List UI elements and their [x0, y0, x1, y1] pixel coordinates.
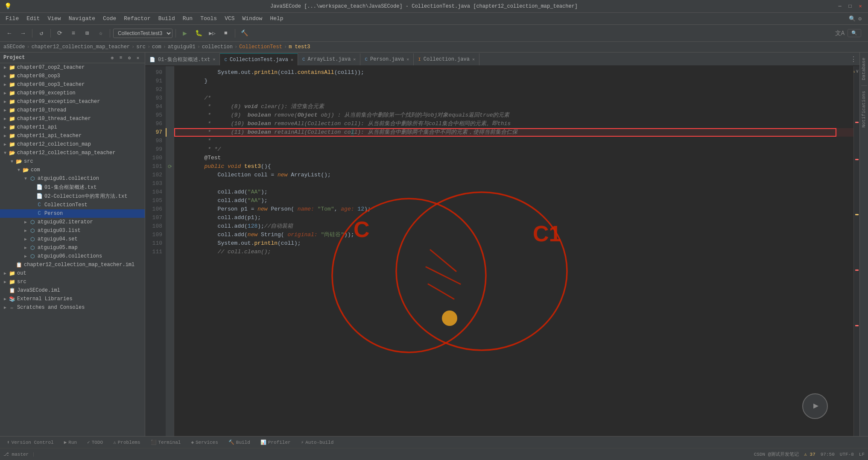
sidebar-item-chapter08[interactable]: ▶ 📁 chapter08_oop3: [0, 72, 145, 80]
terminal-tab[interactable]: ⬛ Terminal: [147, 439, 184, 446]
sidebar-item-extlibs[interactable]: ▶ 📚 External Libraries: [0, 295, 145, 303]
sync-icon[interactable]: ⟳: [54, 27, 66, 39]
tab-close-icon[interactable]: ✕: [472, 57, 475, 62]
menu-navigate[interactable]: Navigate: [65, 14, 99, 23]
version-control-tab[interactable]: ⬆ Version Control: [3, 439, 57, 446]
code-editor[interactable]: System.out.println(coll.containsAll(coll…: [174, 66, 853, 436]
bc-asescode[interactable]: aSECode: [3, 44, 25, 50]
bc-atguigu01[interactable]: atguigu01: [168, 44, 196, 50]
sidebar-item-chapter11[interactable]: ▶ 📁 chapter11_api: [0, 123, 145, 132]
minimize-button[interactable]: ─: [836, 3, 843, 10]
run-config-selector[interactable]: CollectionTest.test3: [113, 29, 172, 38]
sidebar-item-collectiontest[interactable]: C CollectionTest: [0, 201, 145, 209]
menu-window[interactable]: Window: [239, 14, 266, 23]
bookmark-icon[interactable]: ☆: [95, 27, 107, 39]
profiler-tab[interactable]: 📊 Profiler: [257, 439, 294, 446]
build-button[interactable]: 🔨: [238, 27, 250, 39]
bc-test3[interactable]: m test3: [289, 44, 310, 50]
forward-button[interactable]: →: [17, 27, 29, 39]
menu-edit[interactable]: Edit: [23, 14, 43, 23]
auto-build-tab[interactable]: ⚡ Auto-build: [298, 439, 337, 446]
menu-build[interactable]: Build: [155, 14, 178, 23]
database-tab[interactable]: Database: [860, 54, 868, 84]
sidebar-item-src[interactable]: ▼ 📂 src: [0, 157, 145, 166]
services-tab[interactable]: ◈ Services: [187, 439, 221, 446]
menu-refactor[interactable]: Refactor: [120, 14, 154, 23]
sidebar-item-atguigu01[interactable]: ▼ ⬡ atguigu01.collection: [0, 174, 145, 183]
menu-vcs[interactable]: VCS: [221, 14, 238, 23]
menu-file[interactable]: File: [2, 14, 22, 23]
tab-person[interactable]: C Person.java ✕: [360, 53, 414, 65]
tab-close-icon[interactable]: ✕: [213, 57, 215, 62]
translate-icon[interactable]: 文A: [834, 27, 846, 39]
tab-close-icon[interactable]: ✕: [406, 57, 409, 62]
collapse-all-icon[interactable]: ≡: [117, 54, 124, 61]
back-button[interactable]: ←: [3, 27, 15, 39]
sidebar-item-chapter07[interactable]: ▶ 📁 chapter07_oop2_teacher: [0, 63, 145, 72]
add-content-root-icon[interactable]: ⊕: [109, 54, 116, 61]
sidebar-item-chapter10t[interactable]: ▶ 📁 chapter10_thread_teacher: [0, 114, 145, 123]
menu-code[interactable]: Code: [99, 14, 120, 23]
tab-close-icon[interactable]: ✕: [353, 57, 356, 62]
sidebar-item-atguigu02[interactable]: ▶ ⬡ atguigu02.iterator: [0, 218, 145, 226]
sidebar-item-chapter09[interactable]: ▶ 📁 chapter09_exception: [0, 89, 145, 97]
close-button[interactable]: ✕: [857, 3, 864, 10]
menu-run[interactable]: Run: [179, 14, 196, 23]
floating-play-button[interactable]: ▶: [802, 393, 828, 419]
bc-src[interactable]: src: [136, 44, 146, 50]
status-encoding[interactable]: UTF-8: [840, 452, 854, 457]
maximize-button[interactable]: □: [847, 3, 853, 10]
sidebar-item-scratches[interactable]: ▶ ✏ Scratches and Consoles: [0, 303, 145, 312]
sidebar-item-atguigu06[interactable]: ▶ ⬡ atguigu06.collections: [0, 252, 145, 261]
refresh-button[interactable]: ↺: [35, 27, 47, 39]
sidebar-item-chapter10[interactable]: ▶ 📁 chapter10_thread: [0, 106, 145, 114]
bc-com[interactable]: com: [152, 44, 161, 50]
sidebar-item-chapter12[interactable]: ▶ 📁 chapter12_collection_map: [0, 140, 145, 149]
sidebar-item-chapter08t[interactable]: ▶ 📁 chapter08_oop3_teacher: [0, 80, 145, 89]
run-tab[interactable]: ▶ Run: [61, 439, 80, 446]
tab-collectiontest[interactable]: C CollectionTest.java ✕: [220, 53, 298, 65]
build-tab[interactable]: 🔨 Build: [225, 439, 254, 446]
todo-tab[interactable]: ✓ TODO: [84, 439, 106, 446]
notifications-tab[interactable]: Notifications: [860, 88, 868, 131]
structure-icon[interactable]: ⊞: [81, 27, 93, 39]
show-options-icon[interactable]: ⚙: [126, 54, 133, 61]
sidebar-item-file02[interactable]: 📄 02-Collection中的常用方法.txt: [0, 192, 145, 201]
sidebar-item-atguigu05[interactable]: ▶ ⬡ atguigu05.map: [0, 243, 145, 252]
sidebar-item-person[interactable]: C Person: [0, 209, 145, 218]
search-box[interactable]: 🔍: [848, 29, 861, 37]
tab-arraylist[interactable]: C ArrayList.java ✕: [298, 53, 360, 65]
stop-button[interactable]: ■: [220, 27, 232, 39]
sidebar-item-chapter12t[interactable]: ▼ 📂 chapter12_collection_map_teacher: [0, 149, 145, 157]
bc-collection[interactable]: collection: [202, 44, 233, 50]
status-cursor[interactable]: 97:50: [821, 452, 835, 457]
bc-chapter12[interactable]: chapter12_collection_map_teacher: [32, 44, 130, 50]
sidebar-item-out[interactable]: ▶ 📁 out: [0, 269, 145, 278]
status-line-sep[interactable]: LF: [859, 452, 865, 457]
sidebar-item-atguigu04[interactable]: ▶ ⬡ atguigu04.set: [0, 235, 145, 243]
settings-icon[interactable]: ⚙: [858, 15, 862, 22]
tab-01-txt[interactable]: 📄 01-集合框架概述.txt ✕: [145, 53, 220, 65]
problems-tab[interactable]: ⚠ Problems: [110, 439, 143, 446]
sidebar-item-file01[interactable]: 📄 01-集合框架概述.txt: [0, 183, 145, 192]
bc-collectiontest[interactable]: CollectionTest: [239, 44, 282, 50]
sidebar-item-chapter11t[interactable]: ▶ 📁 chapter11_api_teacher: [0, 132, 145, 140]
sidebar-item-chapter09t[interactable]: ▶ 📁 chapter09_exception_teacher: [0, 97, 145, 106]
menu-help[interactable]: Help: [266, 14, 286, 23]
search-everywhere-icon[interactable]: 🔍: [849, 15, 856, 22]
sidebar-item-chapter12iml[interactable]: 📋 chapter12_collection_map_teacher.iml: [0, 261, 145, 269]
menu-view[interactable]: View: [44, 14, 64, 23]
close-sidebar-icon[interactable]: ✕: [134, 54, 141, 61]
menu-tools[interactable]: Tools: [197, 14, 220, 23]
tab-collection[interactable]: I Collection.java ✕: [414, 53, 479, 65]
sidebar-item-javasecode[interactable]: 📋 JavaSECode.iml: [0, 286, 145, 295]
debug-button[interactable]: 🐛: [193, 27, 205, 39]
sidebar-item-src2[interactable]: ▶ 📁 src: [0, 278, 145, 286]
tab-close-icon[interactable]: ✕: [291, 57, 293, 62]
nav-bar-icon[interactable]: ≡: [67, 27, 79, 39]
sidebar-item-com[interactable]: ▼ 📂 com: [0, 166, 145, 174]
sidebar-item-atguigu03[interactable]: ▶ ⬡ atguigu03.list: [0, 226, 145, 235]
run-with-coverage-button[interactable]: ▶▷: [206, 27, 218, 39]
run-button[interactable]: ▶: [179, 27, 191, 39]
recent-files-btn[interactable]: ⋮: [848, 53, 859, 65]
